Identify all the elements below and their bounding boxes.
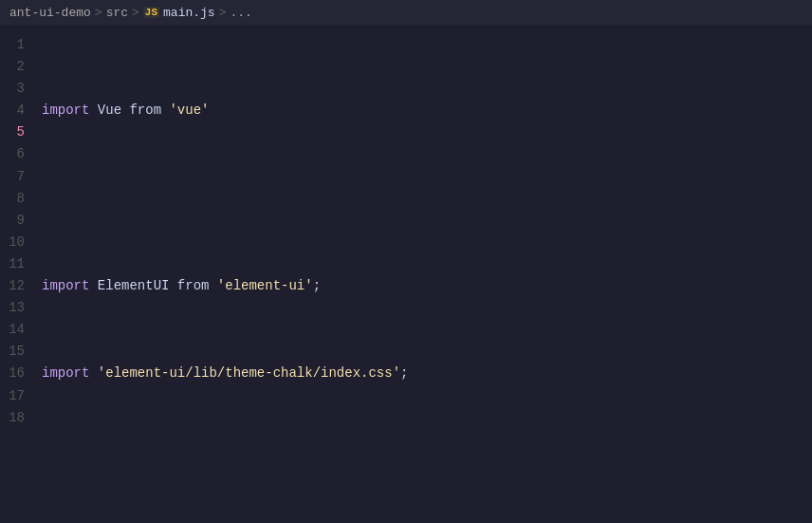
ln-11: 11 [6, 253, 25, 275]
breadcrumb-sep2: > [132, 6, 139, 20]
ln-1: 1 [6, 34, 25, 56]
breadcrumb: ant-ui-demo > src > JS main.js > ... [0, 0, 812, 25]
code-area: 1 2 3 4 5 6 7 8 9 10 11 12 13 14 15 16 1… [0, 25, 812, 523]
line-numbers: 1 2 3 4 5 6 7 8 9 10 11 12 13 14 15 16 1… [0, 25, 34, 523]
code-line-4: import 'element-ui/lib/theme-chalk/index… [42, 363, 812, 384]
breadcrumb-file[interactable]: main.js [163, 6, 215, 20]
breadcrumb-ellipsis: ... [230, 6, 251, 20]
breadcrumb-folder[interactable]: src [106, 6, 128, 20]
ln-9: 9 [6, 210, 25, 232]
ln-18: 18 [6, 407, 25, 429]
breadcrumb-project[interactable]: ant-ui-demo [9, 6, 91, 20]
ln-3: 3 [6, 78, 25, 100]
ln-5: 5 [6, 121, 25, 143]
ln-8: 8 [6, 188, 25, 210]
ln-2: 2 [6, 56, 25, 78]
code-line-1: import Vue from 'vue' [42, 100, 812, 121]
code-editor: 1 2 3 4 5 6 7 8 9 10 11 12 13 14 15 16 1… [0, 25, 812, 523]
ln-13: 13 [6, 297, 25, 319]
ln-15: 15 [6, 341, 25, 363]
breadcrumb-sep3: > [219, 6, 227, 20]
breadcrumb-sep1: > [95, 6, 102, 20]
ln-6: 6 [6, 143, 25, 165]
code-line-2 [42, 188, 812, 210]
code-line-3: import ElementUI from 'element-ui'; [42, 275, 812, 297]
ln-7: 7 [6, 166, 25, 188]
ln-10: 10 [6, 232, 25, 253]
ln-4: 4 [6, 100, 25, 121]
code-content[interactable]: import Vue from 'vue' import ElementUI f… [34, 25, 812, 523]
ln-12: 12 [6, 275, 25, 297]
ln-14: 14 [6, 319, 25, 341]
code-line-5 [42, 451, 812, 473]
js-file-icon: JS [143, 7, 159, 18]
ln-17: 17 [6, 385, 25, 407]
ln-16: 16 [6, 363, 25, 384]
